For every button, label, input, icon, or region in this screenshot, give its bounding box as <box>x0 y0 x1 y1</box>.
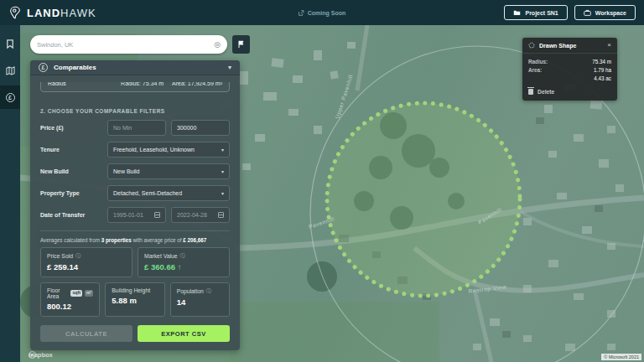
map-icon <box>6 66 15 75</box>
floor-area-value: 800.12 <box>47 302 93 311</box>
info-icon[interactable]: ⓘ <box>206 287 211 295</box>
folder-icon <box>513 9 521 16</box>
project-button[interactable]: Project SN1 <box>504 5 567 20</box>
market-value-label: Market Value <box>144 253 178 259</box>
price-min-input[interactable] <box>113 125 160 131</box>
drawn-shape-panel: Drawn Shape × Radius: 75.34 m Area: 1.79… <box>522 38 617 101</box>
new-build-select[interactable]: New Build ▾ <box>107 163 230 179</box>
calendar-icon <box>218 212 224 218</box>
tenure-value: Freehold, Leasehold, Unknown <box>113 147 195 153</box>
population-value: 14 <box>177 297 223 307</box>
microsoft-attribution: © Microsoft 2021 <box>601 354 641 360</box>
chevron-down-icon: ▾ <box>221 190 224 196</box>
search-bar: ◎ <box>30 35 227 54</box>
property-type-value: Detached, Semi-Detached <box>113 190 182 196</box>
topbar-actions: Project SN1 Workspace <box>504 5 644 20</box>
drawn-shape-title: Drawn Shape <box>539 43 576 49</box>
area-label: Area: <box>528 66 542 75</box>
chevron-down-icon: ▾ <box>221 147 224 153</box>
close-icon[interactable]: × <box>607 42 611 49</box>
mapbox-logo-icon <box>29 351 36 359</box>
new-build-value: New Build <box>113 168 140 174</box>
map-field <box>230 302 439 362</box>
sidebar-item-map-layers[interactable] <box>0 59 20 82</box>
flag-button[interactable] <box>232 35 250 54</box>
date-to-value: 2022-04-28 <box>177 212 207 218</box>
shape-icon <box>528 42 535 49</box>
comparables-panel-header[interactable]: £ Comparables ▾ <box>30 60 240 75</box>
export-csv-button[interactable]: EXPORT CSV <box>138 325 230 342</box>
market-value-value: £ 360.66 ↑ <box>144 262 223 272</box>
building-height-value: 5.88 m <box>112 296 158 305</box>
sidebar-item-projects[interactable] <box>0 32 20 55</box>
market-value-number: £ 360.66 <box>144 262 175 272</box>
drawn-circle[interactable] <box>327 103 520 296</box>
left-sidebar: £ <box>0 25 20 362</box>
stats-row-1: Price Soldⓘ £ 259.14 Market Valueⓘ £ 360… <box>40 247 230 277</box>
comparables-pound-icon: £ <box>39 63 48 72</box>
external-link-icon <box>299 10 304 16</box>
averages-seg1: Averages calculated from <box>40 237 101 243</box>
unit-m2-toggle[interactable]: m² <box>85 290 93 296</box>
unit-sqft-toggle[interactable]: sqft <box>70 290 82 296</box>
averages-count: 3 properties <box>101 237 132 243</box>
property-type-label: Property Type <box>40 190 107 196</box>
workspace-button[interactable]: Workspace <box>574 5 636 20</box>
shape-name: Radius <box>48 82 66 86</box>
bookmark-icon <box>6 39 14 49</box>
date-from-value: 1995-01-01 <box>113 212 143 218</box>
road-upper-pavenhill <box>357 25 367 90</box>
price-max-input[interactable] <box>177 125 224 131</box>
landhawk-logo-icon <box>8 6 22 19</box>
chevron-down-icon: ▾ <box>221 168 224 174</box>
top-bar: LANDHAWK Coming Soon Project SN1 Workspa… <box>0 0 644 25</box>
filter-row-new-build: New Build New Build ▾ <box>40 163 230 179</box>
brand-land: LAND <box>27 7 60 19</box>
search-input[interactable] <box>37 41 214 49</box>
shape-measurements: Radius: 75.34 m Area: 17,924.59 m² <box>121 82 222 86</box>
area-value-ha: 1.79 ha <box>594 66 611 75</box>
mapbox-attribution[interactable]: mapbox <box>29 351 53 359</box>
stats-row-2: Floor Area sqft m² 800.12 Building Heigh… <box>40 282 230 317</box>
sidebar-item-comparables[interactable]: £ <box>0 85 20 109</box>
drawn-shape-header: Drawn Shape × <box>522 38 617 54</box>
price-sold-value: £ 259.14 <box>47 262 126 272</box>
landhawk-app: Upper Pavenhill Pavenhill Pavenhill Rest… <box>0 0 644 362</box>
delete-shape-button[interactable]: Delete <box>528 89 611 95</box>
chevron-down-icon[interactable]: ▾ <box>228 64 231 71</box>
date-to-field[interactable]: 2022-04-28 <box>171 207 230 223</box>
shape-area-text: Area: 17,924.59 m² <box>172 82 222 86</box>
averages-note: Averages calculated from 3 properties wi… <box>40 230 230 243</box>
filter-row-date: Date of Transfer 1995-01-01 2022-04-28 <box>40 207 230 223</box>
drawn-shape-body: Radius: 75.34 m Area: 1.79 ha 4.43 ac De… <box>522 54 617 101</box>
comparables-title: Comparables <box>54 64 96 71</box>
price-min-field-wrap <box>107 120 166 136</box>
coming-soon-label: Coming Soon <box>308 10 346 16</box>
info-icon[interactable]: ⓘ <box>75 252 80 260</box>
panel-actions: CALCULATE EXPORT CSV <box>40 325 230 342</box>
filter-row-price: Price (£) <box>40 120 230 136</box>
date-from-field[interactable]: 1995-01-01 <box>107 207 166 223</box>
floor-area-label: Floor Area <box>47 287 68 299</box>
property-type-select[interactable]: Detached, Semi-Detached ▾ <box>107 185 230 201</box>
filters-heading: 2. CHOOSE YOUR COMPARABLE FILTERS <box>40 108 230 114</box>
brand-hawk: HAWK <box>60 7 96 19</box>
workspace-button-label: Workspace <box>595 10 626 16</box>
up-arrow-icon: ↑ <box>178 262 182 272</box>
info-icon[interactable]: ⓘ <box>180 252 185 260</box>
price-sold-label: Price Sold <box>47 253 73 259</box>
tenure-select[interactable]: Freehold, Leasehold, Unknown ▾ <box>107 142 230 158</box>
coming-soon-link[interactable]: Coming Soon <box>299 10 346 16</box>
brand-name: LANDHAWK <box>27 7 96 19</box>
shape-list-scroll[interactable]: Radius Radius: 75.34 m Area: 17,924.59 m… <box>30 82 240 101</box>
floor-area-card: Floor Area sqft m² 800.12 <box>40 282 100 317</box>
road-minor <box>475 290 491 362</box>
price-max-field-wrap <box>171 120 230 136</box>
selected-shape-row[interactable]: Radius Radius: 75.34 m Area: 17,924.59 m… <box>40 82 230 92</box>
brand-logo[interactable]: LANDHAWK <box>0 6 96 19</box>
building-height-card: Building Height 5.88 m <box>105 282 164 317</box>
calculate-button[interactable]: CALCULATE <box>40 325 132 342</box>
locate-icon[interactable]: ◎ <box>214 41 221 49</box>
shape-radius-text: Radius: 75.34 m <box>121 82 164 86</box>
population-card: Populationⓘ 14 <box>170 282 230 317</box>
